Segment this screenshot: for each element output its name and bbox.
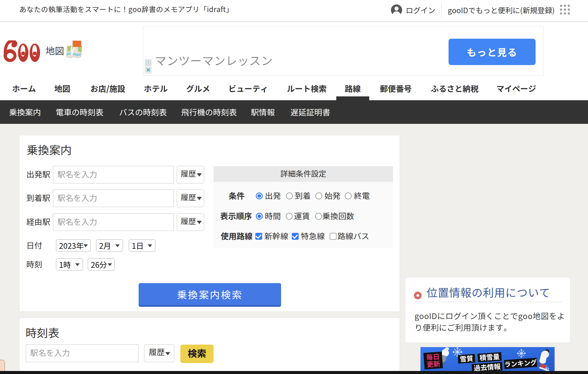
svg-text:更新: 更新 bbox=[426, 358, 440, 369]
svg-text:積雪量: 積雪量 bbox=[479, 351, 500, 362]
svg-text:雪質: 雪質 bbox=[460, 353, 474, 364]
